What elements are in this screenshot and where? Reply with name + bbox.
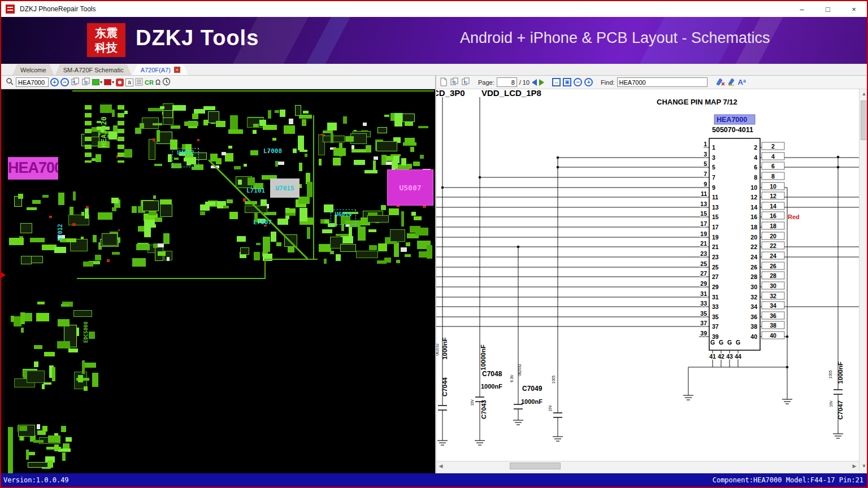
- tab-close-icon[interactable]: ×: [174, 67, 180, 73]
- pcb-zoom-out-icon[interactable]: −: [60, 78, 69, 86]
- schematic-zoom-in-icon[interactable]: +: [584, 78, 593, 86]
- maximize-button[interactable]: □: [815, 1, 841, 17]
- tab-sm-a720f-schematic[interactable]: SM-A720F Schematic: [55, 64, 132, 75]
- pcb-pad: [27, 207, 37, 210]
- app-window: DZKJ PhoneRepair Tools – □ × 东震 科技 DZKJ …: [0, 0, 868, 488]
- component-name[interactable]: HEA7000: [717, 116, 747, 124]
- pcb-label-u5007[interactable]: U5007: [387, 169, 433, 206]
- annotate-icon[interactable]: a: [125, 79, 133, 86]
- line-color-swatch[interactable]: [92, 79, 99, 85]
- next-view-icon[interactable]: [81, 77, 90, 87]
- horizontal-scrollbar[interactable]: ◀ ▶: [436, 461, 859, 470]
- pcb-pad: [30, 238, 45, 242]
- pcb-pad: [84, 386, 87, 391]
- pin-number-inner-left: 3: [712, 154, 715, 161]
- fit-width-icon[interactable]: ↔: [552, 78, 561, 86]
- pcb-pad: [319, 159, 322, 165]
- pin-number-outer-left: 15: [700, 210, 707, 217]
- c7044-ref: C7044: [441, 377, 448, 396]
- pcb-pad: [351, 145, 355, 149]
- pcb-label-u7015: U7015: [270, 178, 300, 198]
- tab-a720f-a7[interactable]: A720F(A7) ×: [133, 64, 188, 75]
- pcb-pad: [377, 127, 387, 133]
- pcb-pad: [168, 154, 172, 162]
- find-input[interactable]: [617, 77, 708, 87]
- tab-welcome[interactable]: Welcome: [12, 64, 54, 75]
- pcb-trace: [72, 90, 434, 91]
- pcb-ic-pad-column: [118, 105, 124, 163]
- pcb-pad: [21, 256, 32, 264]
- pin-number-inner-right: 8: [754, 174, 757, 181]
- ohm-measure-tool[interactable]: Ω: [155, 79, 160, 86]
- export-page-icon[interactable]: [450, 77, 459, 87]
- pcb-pad: [37, 430, 46, 435]
- fit-page-icon[interactable]: ▣: [563, 78, 571, 86]
- pin-number-inner-right: 28: [750, 273, 757, 280]
- pin-number-inner-right: 30: [750, 284, 757, 290]
- pcb-pad: [401, 211, 404, 226]
- horizontal-scroll-thumb[interactable]: [510, 463, 561, 469]
- history-icon[interactable]: [162, 77, 171, 87]
- schematic-view[interactable]: CD_3P0 VDD_LCD_1P8 CHANGE PIN MAP 7/12 H…: [436, 89, 859, 461]
- c7043-voltage: 10V: [470, 399, 474, 406]
- pcb-pad: [20, 312, 25, 324]
- pcb-pad: [49, 216, 52, 218]
- c7049-voltage: 10V: [548, 405, 552, 412]
- cr-toggle[interactable]: CR: [145, 79, 154, 86]
- pin-number-outer-left: 37: [700, 320, 707, 326]
- pcb-pad: [96, 154, 101, 162]
- pcb-trace: [264, 259, 318, 260]
- pcb-found-component-highlight[interactable]: HEA7000: [8, 157, 58, 180]
- prev-page-icon[interactable]: [532, 79, 537, 86]
- pcb-pad: [356, 251, 378, 258]
- minimize-button[interactable]: –: [789, 1, 815, 17]
- pcb-pad: [389, 208, 398, 215]
- pcb-pad: [200, 211, 205, 215]
- font-size-icon[interactable]: Aª: [738, 78, 746, 86]
- pcb-pad: [322, 229, 332, 233]
- pcb-pad: [254, 252, 260, 260]
- bottom-pin-number: 44: [735, 353, 741, 360]
- pcb-zoom-in-icon[interactable]: +: [50, 78, 59, 86]
- close-button[interactable]: ×: [841, 1, 867, 17]
- pin-number-outer-left: 17: [700, 220, 707, 227]
- pin-number-outer-right: 26: [770, 263, 776, 269]
- pcb-pad: [410, 147, 414, 152]
- found-position-arrow-icon: [1, 272, 6, 278]
- line-color-dropdown-icon[interactable]: ▾: [100, 80, 102, 85]
- fill-color-swatch[interactable]: [104, 79, 111, 85]
- ground-pin-label: G: [719, 339, 723, 346]
- pcb-pad: [327, 123, 337, 130]
- ground-pin-label: G: [736, 339, 740, 346]
- pin-number-outer-left: 35: [700, 310, 707, 317]
- pcb-pad: [280, 110, 285, 117]
- layer-list-icon[interactable]: [135, 78, 143, 87]
- pcb-pad: [319, 244, 331, 252]
- schematic-zoom-out-icon[interactable]: −: [574, 78, 582, 86]
- next-page-icon[interactable]: [539, 79, 544, 86]
- pin-number-inner-left: 33: [712, 303, 719, 310]
- pcb-search-input[interactable]: [16, 77, 49, 87]
- pcb-pad: [230, 115, 238, 130]
- pin-number-inner-right: 24: [750, 254, 757, 260]
- pcb-pad: [167, 257, 170, 262]
- scroll-right-icon[interactable]: ▶: [850, 461, 859, 470]
- pcb-pad: [44, 382, 51, 385]
- highlight-icon[interactable]: [727, 77, 736, 87]
- pcb-trace: [313, 115, 314, 260]
- page-icon[interactable]: [440, 77, 448, 88]
- page-number-input[interactable]: [497, 77, 517, 87]
- eraser-icon[interactable]: [116, 79, 124, 86]
- fill-color-dropdown-icon[interactable]: ▾: [112, 80, 114, 85]
- pin-number-outer-right: 18: [770, 223, 776, 229]
- pin-number-inner-right: 34: [750, 303, 757, 310]
- scroll-left-icon[interactable]: ◀: [436, 461, 445, 470]
- pcb-pad: [225, 153, 233, 162]
- company-logo: 东震 科技: [87, 23, 125, 57]
- prev-view-icon[interactable]: [71, 77, 80, 87]
- clear-highlight-icon[interactable]: [715, 77, 725, 87]
- pcb-pad: [300, 208, 308, 221]
- pcb-pad: [384, 115, 389, 117]
- copy-page-icon[interactable]: [461, 77, 470, 87]
- pcb-view[interactable]: HEA5020 HEA7000 U4012 L7008 L7101 U7015 …: [5, 89, 435, 473]
